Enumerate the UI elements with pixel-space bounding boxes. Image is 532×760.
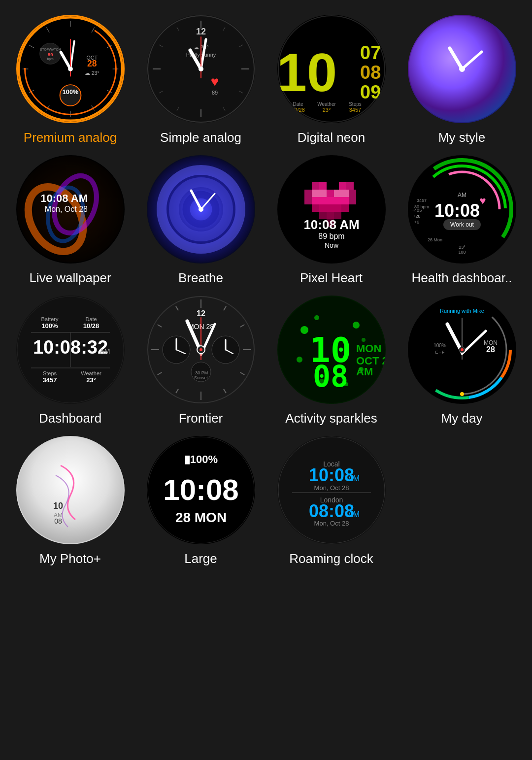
- watch-label-simple-analog: Simple analog: [160, 130, 241, 145]
- watch-label-my-style: My style: [438, 130, 485, 145]
- svg-text:07: 07: [360, 42, 381, 63]
- svg-rect-80: [339, 182, 346, 190]
- svg-text:AM: AM: [458, 192, 466, 198]
- svg-text:10/28: 10/28: [291, 107, 305, 113]
- svg-text:Date: Date: [85, 316, 97, 322]
- watch-label-digital-neon: Digital neon: [298, 130, 365, 145]
- svg-rect-89: [304, 197, 312, 204]
- svg-rect-94: [341, 197, 349, 204]
- svg-text:10: 10: [277, 42, 337, 102]
- svg-rect-97: [319, 204, 327, 212]
- svg-text:Mon, Oct 28: Mon, Oct 28: [314, 520, 349, 527]
- svg-rect-82: [304, 190, 312, 197]
- svg-text:100%: 100%: [433, 343, 446, 348]
- watch-item-health-dashboard[interactable]: AM ♥ 10:08 Work out +405 +28 +6 23° 100 …: [401, 155, 522, 286]
- svg-point-198: [17, 437, 124, 543]
- svg-text:☁ 23°: ☁ 23°: [84, 70, 99, 76]
- watch-face-live-wallpaper: 10:08 AM Mon, Oct 28: [16, 155, 125, 264]
- svg-text:Work out: Work out: [450, 221, 474, 228]
- watch-item-my-day[interactable]: Running with Mike 100% E · F MON 28: [401, 296, 522, 426]
- svg-rect-90: [312, 197, 319, 204]
- watch-face-my-style: [408, 15, 516, 123]
- svg-rect-93: [334, 197, 341, 204]
- svg-text:10:08 AM: 10:08 AM: [40, 192, 88, 204]
- svg-text:10: 10: [53, 501, 63, 511]
- watch-item-my-photo[interactable]: 10 AM 08 My Photo+: [10, 436, 131, 566]
- svg-text:♥: ♥: [479, 195, 486, 207]
- svg-text:10/28: 10/28: [83, 322, 99, 330]
- watch-label-live-wallpaper: Live wallpaper: [29, 270, 111, 286]
- watch-item-dashboard[interactable]: Battery Date 100% 10/28 10:08:32 AM Step…: [10, 296, 131, 426]
- watch-label-health-dashboard: Health dashboar..: [412, 270, 512, 286]
- svg-text:bpm: bpm: [47, 57, 54, 61]
- svg-text:AM: AM: [348, 510, 360, 519]
- watch-item-simple-analog[interactable]: 12 ☁ 23° Partly sunny ♥ 89 Simple analog: [140, 15, 261, 145]
- svg-rect-87: [341, 190, 349, 197]
- svg-point-172: [362, 338, 366, 342]
- svg-text:23°: 23°: [459, 245, 466, 250]
- svg-text:3457: 3457: [349, 107, 361, 113]
- svg-text:10:08: 10:08: [434, 200, 479, 221]
- watch-label-breathe: Breathe: [178, 270, 223, 286]
- svg-text:12: 12: [196, 27, 205, 36]
- svg-rect-78: [312, 182, 319, 190]
- watch-face-frontier: 12 MON 28 :30 PM Sunset: [147, 296, 255, 404]
- watch-item-large[interactable]: ▮100% 10:08 28 MON Large: [140, 436, 261, 566]
- svg-point-63: [459, 66, 465, 72]
- watch-item-my-style[interactable]: My style: [401, 15, 522, 145]
- svg-text:08: 08: [312, 359, 348, 394]
- svg-text:Running with Mike: Running with Mike: [440, 308, 484, 314]
- watch-face-digital-neon: 10 07 08 09 Date 10/28 Weather 23° Steps…: [277, 15, 386, 123]
- svg-point-48: [199, 66, 203, 71]
- svg-text:Mon, Oct 28: Mon, Oct 28: [314, 484, 349, 492]
- svg-rect-92: [327, 197, 334, 204]
- svg-point-76: [199, 207, 203, 212]
- watch-label-pixel-heart: Pixel Heart: [300, 270, 363, 286]
- svg-text:Steps: Steps: [42, 370, 57, 376]
- svg-text:♥: ♥: [210, 74, 219, 89]
- svg-text:10:08:32: 10:08:32: [33, 337, 107, 358]
- watch-face-grid: STOPWATCH 89 bpm OCT 28 ☁ 23° 100% Pr: [0, 0, 532, 581]
- watch-label-dashboard: Dashboard: [39, 411, 101, 426]
- svg-text:Weather: Weather: [317, 101, 336, 107]
- svg-rect-84: [319, 190, 327, 197]
- watch-item-roaming-clock[interactable]: Local 10:08 AM Mon, Oct 28 London 08:08 …: [271, 436, 392, 566]
- watch-item-live-wallpaper[interactable]: 10:08 AM Mon, Oct 28 Live wallpaper: [10, 155, 131, 286]
- watch-face-my-day: Running with Mike 100% E · F MON 28: [408, 296, 516, 404]
- watch-item-breathe[interactable]: Breathe: [140, 155, 261, 286]
- watch-item-premium-analog[interactable]: STOPWATCH 89 bpm OCT 28 ☁ 23° 100% Pr: [10, 15, 131, 145]
- watch-face-pixel-heart: 10:08 AM 89 bpm Now: [277, 155, 386, 264]
- svg-text:10:08: 10:08: [163, 473, 238, 506]
- watch-item-pixel-heart[interactable]: 10:08 AM 89 bpm Now Pixel Heart: [271, 155, 392, 286]
- svg-point-196: [461, 348, 464, 351]
- watch-item-frontier[interactable]: 12 MON 28 :30 PM Sunset: [140, 296, 261, 426]
- watch-face-simple-analog: 12 ☁ 23° Partly sunny ♥ 89: [147, 15, 255, 123]
- svg-rect-88: [349, 190, 356, 197]
- svg-text:3457: 3457: [416, 198, 426, 203]
- svg-text:09: 09: [360, 82, 381, 102]
- watch-face-large: ▮100% 10:08 28 MON: [147, 436, 255, 544]
- svg-rect-79: [319, 182, 327, 190]
- svg-text:3457: 3457: [42, 376, 57, 384]
- watch-label-roaming-clock: Roaming clock: [289, 551, 373, 566]
- svg-point-169: [300, 326, 308, 334]
- svg-text:89: 89: [47, 52, 53, 57]
- watch-face-breathe: [147, 155, 255, 264]
- svg-text:80 bpm: 80 bpm: [414, 204, 429, 209]
- svg-text:AM: AM: [348, 474, 360, 483]
- svg-text:Mon, Oct 28: Mon, Oct 28: [44, 205, 87, 213]
- svg-rect-81: [346, 182, 354, 190]
- watch-face-health-dashboard: AM ♥ 10:08 Work out +405 +28 +6 23° 100 …: [408, 155, 516, 264]
- watch-label-activity-sparkles: Activity sparkles: [285, 411, 377, 426]
- svg-text:+28: +28: [413, 214, 420, 219]
- svg-point-173: [297, 357, 302, 363]
- svg-text:Date: Date: [293, 101, 303, 107]
- watch-item-digital-neon[interactable]: 10 07 08 09 Date 10/28 Weather 23° Steps…: [271, 15, 392, 145]
- svg-text:AM: AM: [100, 347, 110, 355]
- svg-text:100%: 100%: [62, 89, 78, 96]
- watch-item-activity-sparkles[interactable]: 10 MON OCT 28 AM 08 Activity sparkles: [271, 296, 392, 426]
- svg-point-26: [68, 66, 73, 71]
- svg-text:23°: 23°: [86, 376, 96, 384]
- svg-rect-99: [334, 204, 341, 212]
- svg-text:26 Mon: 26 Mon: [427, 237, 442, 242]
